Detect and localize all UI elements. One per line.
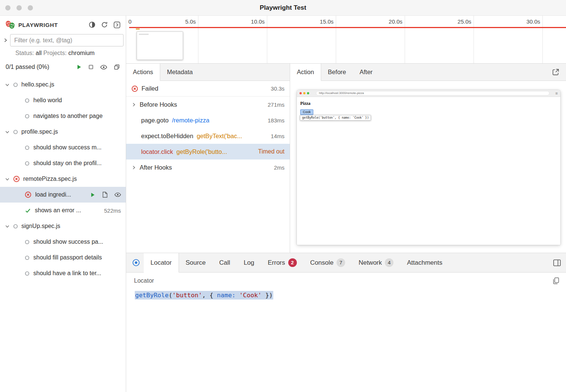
timeline-thumbnail[interactable]	[137, 31, 183, 60]
tree-file-row[interactable]: hello.spec.js	[0, 77, 126, 92]
tab-errors[interactable]: Errors2	[261, 253, 303, 272]
action-title: Failed	[142, 85, 158, 92]
tab-label: After	[359, 69, 372, 76]
watch-all-icon[interactable]	[100, 64, 107, 70]
action-row[interactable]: locator.clickgetByRole('butto...Timed ou…	[126, 144, 290, 159]
pending-icon	[25, 240, 30, 244]
split-view-icon[interactable]	[553, 259, 561, 266]
tree-test-row[interactable]: navigates to another page	[0, 108, 126, 124]
action-title: page.goto	[141, 117, 168, 124]
theme-toggle-icon[interactable]	[89, 21, 95, 28]
tree-file-row[interactable]: remotePizza.spec.js	[0, 171, 126, 187]
pending-icon	[25, 161, 30, 166]
tab-after[interactable]: After	[353, 64, 379, 80]
pending-icon	[25, 145, 30, 150]
action-row[interactable]: expect.toBeHiddengetByText('bac...14ms	[126, 128, 290, 144]
copy-icon[interactable]	[553, 277, 559, 284]
locator-code[interactable]: getByRole('button', { name: 'Cook' })	[126, 286, 566, 299]
locator-section-title: Locator	[134, 277, 154, 284]
chevron-down-icon[interactable]	[5, 130, 10, 134]
pending-icon	[13, 224, 18, 229]
action-duration: 2ms	[271, 164, 284, 171]
timeline-gridline	[267, 16, 267, 63]
bottom-panel: LocatorSourceCallLogErrors2Console7Netwo…	[126, 253, 566, 392]
pending-icon	[13, 130, 18, 134]
timeline-tick: 30.0s	[518, 18, 540, 25]
tab-before[interactable]: Before	[321, 64, 353, 80]
tab-label: Console	[310, 259, 334, 267]
tree-test-row[interactable]: should fill passport details	[0, 250, 126, 265]
action-duration: Timed out	[255, 148, 284, 155]
action-duration: 14ms	[268, 133, 284, 139]
action-duration: 30.3s	[268, 85, 284, 92]
timeline-gridline	[405, 16, 405, 63]
run-test-icon[interactable]	[90, 192, 95, 198]
tree-test-row[interactable]: should show success pa...	[0, 234, 126, 250]
action-row[interactable]: Failed30.3s	[126, 81, 290, 97]
stop-icon[interactable]	[88, 64, 94, 70]
status-value: all	[36, 50, 42, 56]
tree-test-row[interactable]: shows an error ...522ms	[0, 203, 126, 218]
cook-button[interactable]: Cook	[300, 109, 313, 115]
tab-label: Locator	[150, 259, 172, 267]
timeline[interactable]: 05.0s10.0s15.0s20.0s25.0s30.0s	[126, 16, 566, 64]
app-body: PLAYWRIGHT	[0, 16, 566, 392]
tab-log[interactable]: Log	[237, 253, 261, 272]
close-button[interactable]	[5, 5, 10, 10]
browser-chrome: http://localhost:3000/remote-pizza ≡	[297, 90, 560, 97]
code-token: })	[262, 292, 273, 299]
chevron-down-icon[interactable]	[5, 82, 10, 87]
sidebar-header-actions	[89, 21, 121, 28]
chevron-down-icon[interactable]	[5, 177, 10, 182]
filter-input[interactable]	[10, 34, 124, 46]
chevron-right-icon[interactable]	[131, 102, 136, 107]
popout-icon[interactable]	[552, 69, 559, 76]
tab-console[interactable]: Console7	[304, 253, 352, 272]
tree-test-row[interactable]: load ingredi...	[0, 187, 126, 203]
tab-label: Network	[359, 259, 382, 267]
code-token: 'button'	[172, 292, 202, 299]
browser-close-icon	[299, 92, 302, 94]
action-row[interactable]: Before Hooks271ms	[126, 97, 290, 112]
titlebar: Playwright Test	[0, 0, 566, 16]
collapse-all-icon[interactable]	[114, 64, 120, 70]
run-all-icon[interactable]	[76, 64, 82, 70]
chevron-down-icon[interactable]	[5, 224, 10, 229]
tab-actions[interactable]: Actions	[126, 64, 160, 81]
tab-call[interactable]: Call	[213, 253, 237, 272]
watch-icon[interactable]	[114, 192, 121, 197]
tab-attachments[interactable]: Attachments	[400, 253, 449, 272]
chevron-right-icon[interactable]	[3, 38, 8, 43]
traffic-lights	[5, 5, 33, 10]
tree-test-row[interactable]: should have a link to ter...	[0, 265, 126, 281]
tab-network[interactable]: Network4	[352, 253, 400, 272]
code-token: (	[168, 292, 172, 299]
tab-source[interactable]: Source	[179, 253, 213, 272]
tab-action[interactable]: Action	[290, 64, 321, 81]
tab-label: Log	[244, 259, 254, 267]
open-panel-icon[interactable]	[113, 21, 121, 28]
zoom-button[interactable]	[28, 5, 33, 10]
pending-icon	[25, 98, 30, 103]
minimize-button[interactable]	[16, 5, 22, 10]
tree-test-row[interactable]: should show success m...	[0, 140, 126, 155]
action-duration: 183ms	[265, 117, 284, 124]
tab-label: Before	[328, 69, 346, 76]
action-row[interactable]: After Hooks2ms	[126, 159, 290, 175]
action-row[interactable]: page.goto/remote-pizza183ms	[126, 112, 290, 128]
tree-file-row[interactable]: signUp.spec.js	[0, 218, 126, 234]
tree-test-row[interactable]: hello world	[0, 92, 126, 108]
snapshot-area: http://localhost:3000/remote-pizza ≡ Piz…	[290, 81, 566, 253]
tree-test-row[interactable]: should stay on the profil...	[0, 155, 126, 171]
show-source-icon[interactable]	[102, 192, 107, 198]
timeline-tick: 20.0s	[380, 18, 402, 25]
filter-status-line[interactable]: Status: all Projects: chromium	[0, 48, 126, 60]
tab-label: Attachments	[407, 259, 442, 267]
chevron-right-icon[interactable]	[131, 165, 136, 170]
tab-locator[interactable]: Locator	[144, 253, 179, 273]
failed-icon	[13, 176, 20, 182]
reload-icon[interactable]	[101, 21, 108, 28]
tab-metadata[interactable]: Metadata	[160, 64, 200, 80]
tree-file-row[interactable]: profile.spec.js	[0, 124, 126, 140]
pick-locator-icon[interactable]	[132, 259, 140, 267]
